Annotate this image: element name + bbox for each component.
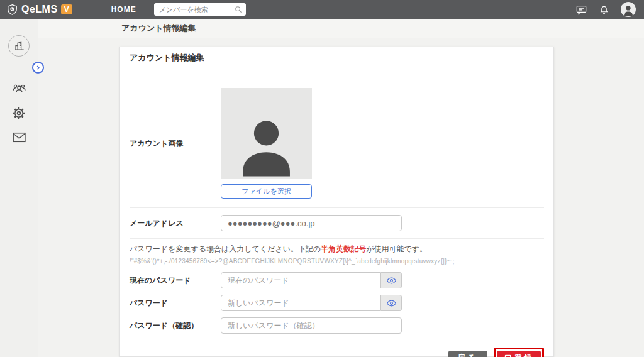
message-icon[interactable] [575,4,587,16]
confirm-password-input[interactable] [221,317,402,334]
account-edit-card: アカウント情報編集 アカウント画像 [119,47,554,357]
account-image-preview [221,88,312,179]
current-password-label: 現在のパスワード [130,275,221,286]
members-icon[interactable] [11,81,27,97]
current-password-input[interactable] [221,272,381,288]
member-search-input[interactable] [154,3,246,16]
toggle-visibility-eye-icon[interactable] [381,272,402,288]
confirm-password-label: パスワード（確認） [130,321,221,331]
member-search [154,3,246,16]
new-password-row: パスワード [130,292,544,314]
register-button[interactable]: 登録 [497,351,541,357]
click-target-highlight-box: 登録 [494,348,544,357]
card-footer: 戻る 登録 [130,343,544,357]
password-note-highlight: 半角英数記号 [321,244,366,253]
app-logo[interactable]: QeLMS V [0,4,79,16]
organization-icon[interactable] [8,35,30,57]
password-note-text: パスワードを変更する場合は入力してください。下記の [130,244,321,253]
search-icon[interactable] [234,5,243,16]
check-square-icon [504,354,511,357]
bell-icon[interactable] [599,4,609,15]
password-note-text-post: が使用可能です。 [366,244,427,253]
header-actions [575,2,644,17]
user-avatar[interactable] [621,2,636,17]
email-row: メールアドレス [130,208,544,239]
choose-file-button[interactable]: ファイルを選択 [221,184,312,199]
sidebar-expand-chevron-icon[interactable] [32,62,44,74]
app-window: QeLMS V HOME [0,0,644,357]
new-password-input[interactable] [221,295,381,311]
register-button-label: 登録 [514,353,533,357]
nav-home[interactable]: HOME [111,5,136,14]
account-image-row: アカウント画像 ファイルを選択 [130,69,544,208]
logo-version-badge: V [61,4,72,14]
page-title: アカウント情報編集 [121,23,196,34]
account-image-label: アカウント画像 [130,138,221,149]
toggle-visibility-eye-icon[interactable] [381,295,402,311]
settings-gear-icon[interactable] [11,106,26,121]
logo-text: QeLMS [21,4,58,15]
new-password-label: パスワード [130,298,221,309]
top-header: QeLMS V HOME [0,0,644,19]
allowed-charset-text: !"#$%&'()*+,-./0123456789<=>?@ABCDEFGHIJ… [130,258,544,265]
current-password-row: 現在のパスワード [130,269,544,292]
main-area: アカウント情報編集 アカウント画像 [38,38,644,357]
page-title-bar: アカウント情報編集 [38,19,644,38]
email-input[interactable] [221,215,402,231]
shield-logo-icon [6,4,18,16]
mail-icon[interactable] [11,129,27,145]
left-sidebar [0,19,38,357]
card-title: アカウント情報編集 [120,47,553,69]
email-label: メールアドレス [130,218,221,229]
confirm-password-row: パスワード（確認） [130,314,544,337]
back-button[interactable]: 戻る [448,351,487,357]
password-note: パスワードを変更する場合は入力してください。下記の半角英数記号が使用可能です。 … [130,239,544,269]
